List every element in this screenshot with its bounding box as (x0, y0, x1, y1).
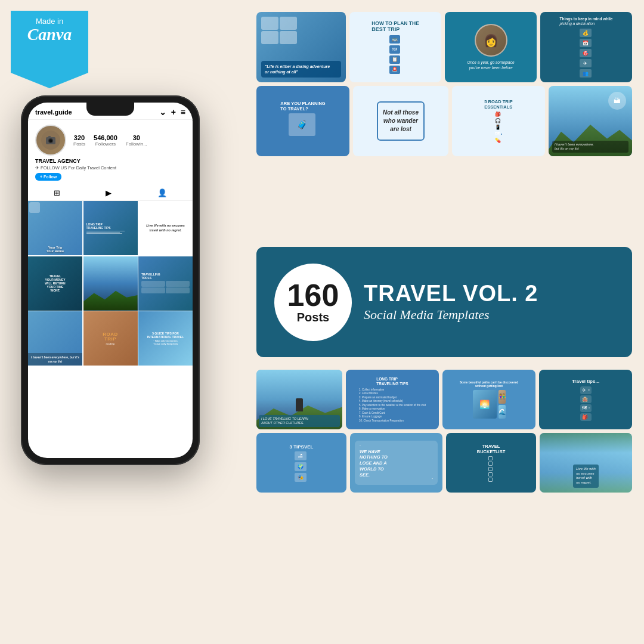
ig-nav-icons: ⊞ ▶ 👤 (28, 185, 193, 201)
template-card-wander-quote: Not all thosewho wanderare lost (353, 86, 448, 156)
ig-bio: ✈ FOLLOW US For Daily Travel Content (35, 165, 185, 171)
template-card-how-to-plan: HOW TO PLAN THEBEST TRIP 🚌 🍽 📋 🚨 (349, 12, 441, 82)
template-row-4: 3 TIPSVEL 🏖 🌍 🎭 " WE HAVENOT (256, 433, 632, 493)
ig-menu-icon[interactable]: ≡ (181, 107, 185, 117)
follow-plus-icon: + (40, 175, 42, 179)
hero-title: TRAVEL VOL. 2 (364, 282, 614, 305)
grid-item-7: I haven't been everywhere, but it's on m… (28, 311, 82, 366)
ig-username: travel.guide (35, 109, 72, 116)
template-card-waterfall-quote: Live life withno excusestravel withno re… (540, 433, 632, 493)
hero-description: TRAVEL VOL. 2 Social Media Templates (364, 282, 614, 323)
ig-stats: 320 Posts 546,000 Followers 30 Followin.… (73, 134, 185, 147)
ig-posts-num: 320 (73, 134, 85, 141)
hero-number: 160 (287, 280, 339, 311)
ig-followers-label: Followers (94, 141, 117, 147)
grid-thumb-7: I haven't been everywhere, but it's on m… (28, 311, 82, 366)
grid-item-8: ROAD TRIp roadtrip (83, 311, 138, 366)
svg-point-3 (49, 140, 52, 143)
grid-item-1: Your TripYour Home (28, 201, 82, 255)
bottom-templates: I LOVE TRAVELING TO LEARNABOUT OTHER CUL… (256, 370, 632, 496)
grid-item-5 (83, 256, 138, 311)
template-card-circle-photo: 👩 Once a year, go someplaceyou've never … (445, 12, 537, 82)
canva-text: Canva (27, 25, 72, 44)
ig-profile-top: 320 Posts 546,000 Followers 30 Followin.… (35, 125, 185, 156)
hero-count-circle: 160 Posts (274, 264, 352, 341)
template-card-bucketlist: TRAVELBUCKETLIST (446, 433, 536, 493)
template-row-2: ARE YOU PLANNINGTO TRAVEL? 🧳 No (256, 86, 632, 156)
template-card-world-quote: " WE HAVENOTHING TOLOSE AND AWORLD TOSEE… (350, 433, 442, 493)
ig-posts-label: Posts (73, 141, 85, 147)
avatar (35, 125, 66, 156)
ig-photo-grid: Your TripYour Home LONG TRIPTRAVELING TI… (28, 201, 193, 366)
phone-outer: travel.guide ⌄ + ≡ (21, 95, 200, 465)
grid-item-2: LONG TRIPTRAVELING TIPS (83, 201, 138, 255)
template-row-1: "Life is either a daring adventureor not… (256, 12, 632, 82)
ig-header-icons: ⌄ + ≡ (159, 107, 185, 117)
grid-thumb-2: LONG TRIPTRAVELING TIPS (83, 201, 138, 255)
template-card-photo-quote: "Life is either a daring adventureor not… (256, 12, 346, 82)
template-card-beautiful-paths: Some beautiful paths can't be discovered… (442, 370, 535, 429)
grid-icon[interactable]: ⊞ (54, 188, 60, 197)
grid-thumb-4: TRAVELYOUR MONEYWILL RETURNYOUR TIMEWONT… (28, 256, 82, 311)
ig-follow-button[interactable]: + Follow (35, 173, 61, 181)
template-card-mountain: 🏔 I haven't been everywhere,but it's on … (549, 86, 632, 156)
templates-grid-top: "Life is either a daring adventureor not… (256, 12, 632, 156)
ig-posts-stat: 320 Posts (73, 134, 85, 147)
ig-following-label: Followin... (126, 141, 147, 147)
grid-thumb-5 (83, 256, 138, 311)
template-card-road-essentials: 5 ROAD TRIPESSENTIALS 🎒 🎧 📱 🗺 💊 (452, 86, 545, 156)
ig-followers-num: 546,000 (94, 134, 117, 141)
ig-profile-section: 320 Posts 546,000 Followers 30 Followin.… (28, 120, 193, 185)
hero-subtitle: Social Media Templates (364, 307, 614, 323)
template-card-travel-tips: Travel tips... ✈ 🏨 🗺 🎒 (539, 370, 632, 429)
grid-item-6: TRAVELLINGTOOLS (138, 256, 193, 311)
grid-thumb-6: TRAVELLINGTOOLS (138, 256, 193, 311)
ig-following-stat: 30 Followin... (126, 134, 147, 147)
grid-item-4: TRAVELYOUR MONEYWILL RETURNYOUR TIMEWONT… (28, 256, 82, 311)
grid-thumb-9: 5 QUICK TIPS FOR INTERNATIONAL TRAVEL · … (138, 311, 193, 366)
grid-thumb-1: Your TripYour Home (28, 201, 82, 255)
template-card-mountain-traveler: I LOVE TRAVELING TO LEARNABOUT OTHER CUL… (256, 370, 342, 429)
ig-profile-name: TRAVEL AGENCY (35, 158, 185, 164)
phone-screen: travel.guide ⌄ + ≡ (28, 103, 193, 458)
template-card-planning: ARE YOU PLANNINGTO TRAVEL? 🧳 (256, 86, 349, 156)
template-card-3tips: 3 TIPSVEL 🏖 🌍 🎭 (256, 433, 346, 493)
canva-badge: Made in Canva (11, 11, 88, 88)
follow-label: Follow (44, 175, 57, 179)
template-card-things-mind: Things to keep in mind whilepicking a de… (540, 12, 632, 82)
phone-notch (86, 103, 134, 116)
phone-mockup: travel.guide ⌄ + ≡ (21, 95, 206, 608)
hero-banner: 160 Posts TRAVEL VOL. 2 Social Media Tem… (256, 247, 632, 357)
template-row-3: I LOVE TRAVELING TO LEARNABOUT OTHER CUL… (256, 370, 632, 429)
tag-icon[interactable]: 👤 (157, 188, 167, 197)
hero-posts-label: Posts (297, 311, 329, 324)
video-icon[interactable]: ▶ (106, 188, 112, 197)
template-card-long-trip: LONG TRIPTRAVELING TIPS 1. Collect infor… (346, 370, 439, 429)
grid-item-3: Live life with no excuses travel with no… (138, 201, 193, 255)
ig-chevron-icon[interactable]: ⌄ (159, 107, 166, 117)
svg-rect-4 (48, 136, 51, 138)
grid-item-9: 5 QUICK TIPS FOR INTERNATIONAL TRAVEL · … (138, 311, 193, 366)
grid-thumb-8: ROAD TRIp roadtrip (83, 311, 138, 366)
ig-plus-icon[interactable]: + (171, 107, 176, 117)
made-in-text: Made in (21, 17, 78, 26)
ig-followers-stat: 546,000 Followers (94, 134, 117, 147)
grid-thumb-3: Live life with no excuses travel with no… (138, 201, 193, 255)
ig-following-num: 30 (126, 134, 147, 141)
